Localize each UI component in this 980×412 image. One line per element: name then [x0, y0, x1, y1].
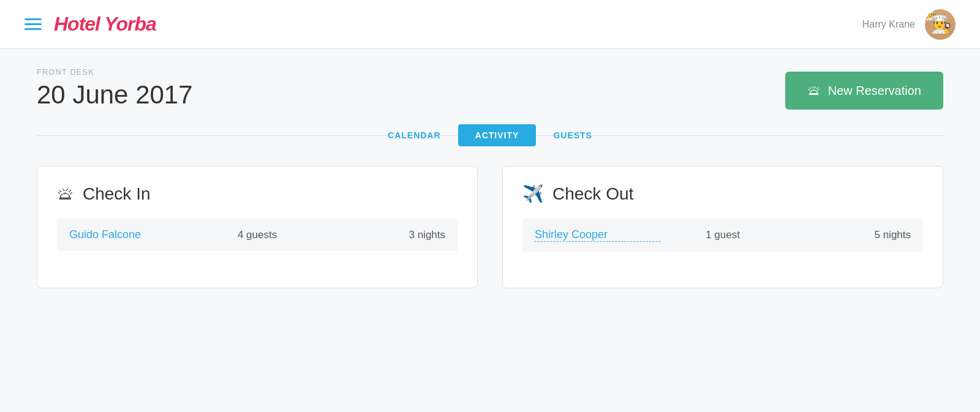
avatar: 👨‍🍳 [925, 9, 956, 40]
checkout-guest-name[interactable]: Shirley Cooper [535, 228, 660, 242]
new-reservation-button[interactable]: 🛎 New Reservation [785, 72, 943, 110]
tabs-group: CALENDAR ACTIVITY GUESTS [371, 124, 609, 146]
cards-row: 🛎 Check In Guido Falcone 4 guests 3 nigh… [37, 166, 943, 288]
check-in-reservation-row: Guido Falcone 4 guests 3 nights [57, 219, 458, 251]
check-out-header: ✈️ Check Out [522, 184, 923, 204]
tab-activity[interactable]: ACTIVITY [458, 124, 537, 146]
menu-icon[interactable] [24, 18, 42, 30]
tabs-section: CALENDAR ACTIVITY GUESTS [37, 124, 943, 146]
tab-calendar[interactable]: CALENDAR [371, 124, 458, 146]
user-name: Harry Krane [862, 19, 915, 30]
checkin-nights-count: 3 nights [320, 229, 445, 241]
check-out-card: ✈️ Check Out Shirley Cooper 1 guest 5 ni… [502, 166, 943, 288]
check-in-card: 🛎 Check In Guido Falcone 4 guests 3 nigh… [37, 166, 478, 288]
checkout-nights-count: 5 nights [785, 229, 911, 241]
app-header: Hotel Yorba Harry Krane 👨‍🍳 [0, 0, 980, 49]
main-content: FRONT DESK 20 June 2017 🛎 New Reservatio… [0, 49, 980, 313]
section-label: FRONT DESK [37, 67, 193, 77]
check-out-reservation-row: Shirley Cooper 1 guest 5 nights [522, 219, 923, 252]
checkout-icon: ✈️ [522, 184, 544, 204]
checkin-icon: 🛎 [57, 184, 74, 204]
date-section: FRONT DESK 20 June 2017 [37, 67, 193, 110]
checkin-guests-count: 4 guests [195, 229, 320, 241]
top-section: FRONT DESK 20 June 2017 🛎 New Reservatio… [37, 67, 943, 110]
new-reservation-label: New Reservation [828, 84, 921, 98]
tab-guests[interactable]: GUESTS [536, 124, 609, 146]
header-right: Harry Krane 👨‍🍳 [862, 9, 956, 40]
checkin-guest-name[interactable]: Guido Falcone [69, 228, 195, 241]
checkout-guests-count: 1 guest [660, 229, 786, 241]
app-logo: Hotel Yorba [54, 13, 156, 36]
page-date: 20 June 2017 [37, 80, 193, 110]
check-out-title: Check Out [552, 184, 633, 204]
check-in-header: 🛎 Check In [57, 184, 458, 204]
header-left: Hotel Yorba [24, 13, 156, 36]
bell-icon: 🛎 [807, 83, 821, 99]
check-in-title: Check In [83, 184, 151, 204]
